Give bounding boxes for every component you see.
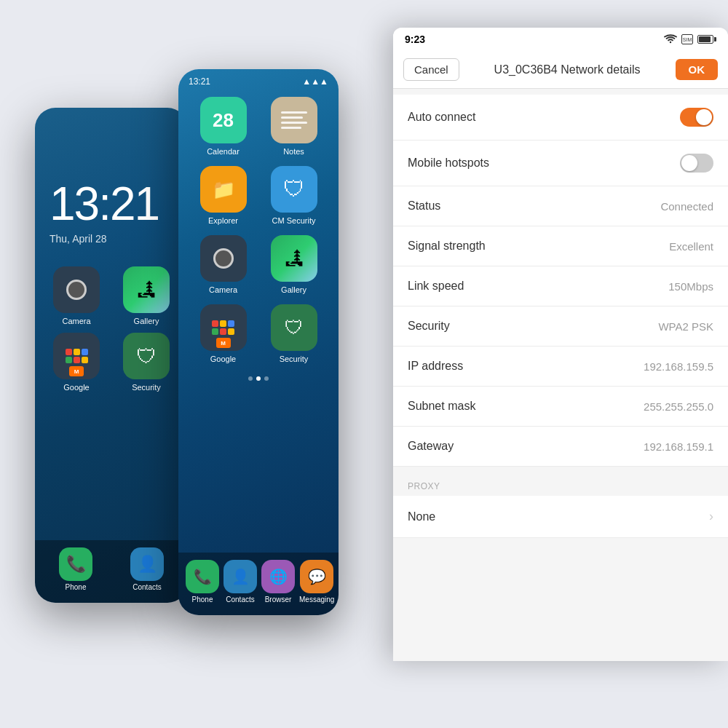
mobile-hotspots-row: Mobile hotspots (393, 141, 728, 186)
sim-icon: SIM (681, 34, 693, 44)
gallery-label: Gallery (134, 317, 159, 325)
ip-address-value: 192.168.159.5 (644, 360, 713, 373)
mid-dock: 📞 Phone 👤 Contacts 🌐 Browser 💬 Messaging (178, 553, 339, 615)
proxy-value: None (408, 510, 435, 523)
notes-line-1 (281, 111, 307, 114)
dock-contacts-mid[interactable]: 👤 Contacts (223, 560, 257, 604)
cmsecurity-app-icon: 🛡 (271, 166, 317, 213)
proxy-section: PROXY None › (393, 474, 728, 538)
list-item[interactable]: Camera (45, 266, 108, 325)
dock-browser-mid[interactable]: 🌐 Browser (261, 560, 295, 604)
auto-connect-toggle[interactable] (680, 108, 713, 127)
contacts-dock-icon: 👤 (130, 547, 164, 581)
dock-contacts[interactable]: 👤 Contacts (114, 547, 181, 591)
mid-status-icons: ▲▲▲ (302, 76, 328, 87)
proxy-row[interactable]: None › (393, 496, 728, 538)
dock-contacts-label: Contacts (132, 583, 161, 591)
cmsecurity-app-label: CM Security (272, 216, 316, 225)
list-item[interactable]: 🛡 Security (264, 304, 324, 363)
link-speed-row: Link speed 150Mbps (393, 266, 728, 306)
status-value: Connected (660, 200, 713, 213)
battery-icon (697, 35, 716, 44)
chevron-right-icon: › (709, 509, 713, 524)
list-item[interactable]: Camera (193, 235, 253, 294)
list-item[interactable]: M Google (193, 304, 253, 363)
mobile-hotspots-toggle[interactable] (680, 154, 713, 173)
list-item[interactable]: 🏞 Gallery (264, 235, 324, 294)
camera-app-icon (200, 235, 247, 282)
panel-time: 9:23 (405, 33, 425, 45)
battery-body (697, 35, 713, 44)
gateway-value: 192.168.159.1 (644, 440, 713, 453)
camera-label: Camera (62, 317, 90, 325)
status-label: Status (408, 199, 440, 213)
dot-3 (264, 376, 269, 381)
dock-phone-mid-label: Phone (192, 596, 213, 604)
list-item[interactable]: 🏞 Gallery (115, 266, 178, 325)
toggle-knob (696, 109, 712, 125)
mobile-hotspots-label: Mobile hotspots (408, 157, 489, 170)
panel-body: Auto connect Mobile hotspots Status Conn… (393, 95, 728, 467)
cancel-button[interactable]: Cancel (403, 58, 459, 81)
dock-phone-mid[interactable]: 📞 Phone (186, 560, 219, 604)
dock-messaging-mid[interactable]: 💬 Messaging (299, 560, 334, 604)
google-app-icon: M (200, 304, 247, 351)
list-item[interactable]: 📁 Explorer (193, 166, 253, 225)
lock-date: Thu, April 28 (50, 233, 173, 245)
calendar-number: 28 (213, 111, 234, 130)
app-grid: 28 Calendar Notes 📁 Explorer (178, 90, 339, 371)
google-app-label: Google (210, 355, 236, 363)
list-item[interactable]: 🛡 CM Security (264, 166, 324, 225)
list-item[interactable]: Notes (264, 97, 324, 156)
status-icons: SIM (664, 34, 716, 44)
ip-address-row: IP address 192.168.159.5 (393, 347, 728, 387)
gallery-app-icon: 🏞 (271, 235, 317, 282)
shield-icon: 🛡 (283, 177, 305, 202)
toggle-knob-off (681, 155, 697, 171)
explorer-app-icon: 📁 (200, 166, 247, 213)
list-item[interactable]: 28 Calendar (193, 97, 253, 156)
security-label: Security (132, 383, 161, 392)
lock-time: 13:21 (50, 181, 173, 227)
notes-line-2 (281, 116, 303, 119)
camera-lens-icon (66, 280, 87, 300)
ok-button[interactable]: OK (676, 59, 719, 80)
dock-phone[interactable]: 📞 Phone (42, 547, 109, 591)
signal-strength-label: Signal strength (408, 240, 486, 253)
network-panel: 9:23 SIM Cancel U3_0C36B4 N (393, 28, 728, 661)
notes-app-label: Notes (283, 147, 304, 156)
camera-lens-icon (213, 248, 234, 269)
camera-app-label: Camera (209, 285, 237, 294)
dot-1 (248, 376, 253, 381)
dock-browser-mid-label: Browser (265, 596, 292, 604)
ip-address-label: IP address (408, 360, 463, 373)
security-app-label: Security (280, 355, 309, 363)
security-app-icon: 🛡 (123, 333, 170, 379)
gallery-app-label: Gallery (281, 285, 306, 294)
notes-lines-icon (275, 106, 313, 135)
battery-fill (699, 36, 711, 42)
list-item[interactable]: 🛡 Security (115, 333, 178, 392)
panel-statusbar: 9:23 SIM (393, 28, 728, 51)
contacts-icon: 👤 (223, 560, 257, 593)
dock-messaging-mid-label: Messaging (299, 596, 334, 604)
list-item[interactable]: M Google (45, 333, 108, 392)
gallery-icon: 🏞 (123, 266, 170, 313)
gateway-row: Gateway 192.168.159.1 (393, 427, 728, 467)
browser-icon: 🌐 (261, 560, 295, 593)
mid-time: 13:21 (189, 76, 210, 87)
google-label: Google (63, 383, 89, 392)
notes-line-4 (281, 127, 301, 129)
security-row: Security WPA2 PSK (393, 306, 728, 347)
subnet-mask-label: Subnet mask (408, 400, 475, 413)
google-icon: M (53, 333, 100, 379)
calendar-app-icon: 28 (200, 97, 247, 143)
battery-tip (714, 37, 716, 41)
back-phone: 13:21 Thu, April 28 Camera 🏞 Gallery (35, 108, 188, 603)
wifi-icon (664, 34, 677, 44)
panel-titlebar: Cancel U3_0C36B4 Network details OK (393, 51, 728, 89)
security-value: WPA2 PSK (658, 320, 713, 333)
link-speed-value: 150Mbps (668, 280, 713, 293)
proxy-header: PROXY (393, 474, 728, 496)
lock-apps: Camera 🏞 Gallery M (35, 259, 188, 399)
